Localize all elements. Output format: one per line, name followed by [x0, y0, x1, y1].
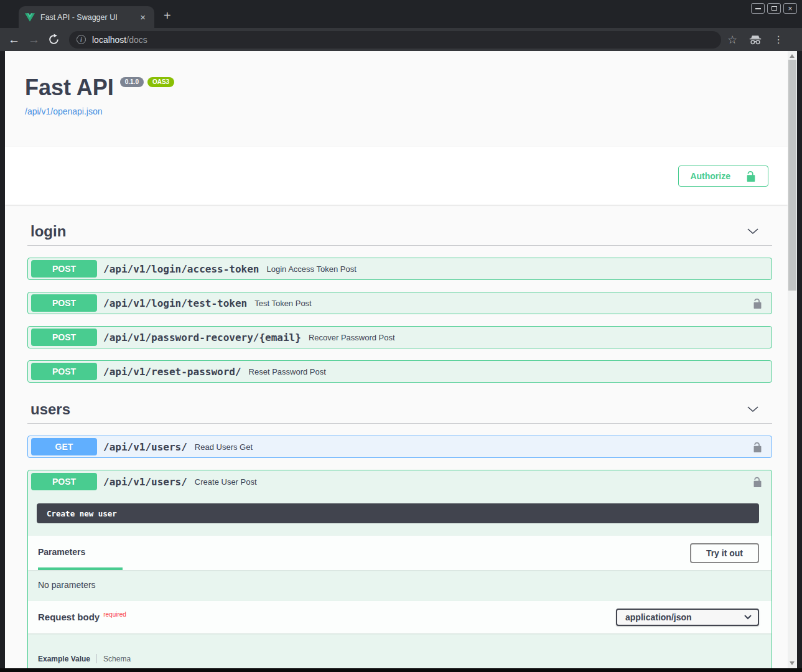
opblock-create-user: POST /api/v1/users/ Create User Post Cre… — [27, 470, 772, 668]
window-minimize-button[interactable] — [751, 3, 765, 14]
endpoint-summary: Create User Post — [195, 477, 752, 487]
chevron-down-icon — [744, 615, 752, 620]
no-parameters-text: No parameters — [28, 570, 772, 597]
endpoint-summary: Recover Password Post — [309, 333, 764, 342]
site-info-icon[interactable]: i — [77, 35, 86, 44]
method-badge: POST — [31, 473, 97, 490]
section-divider — [27, 245, 772, 246]
bookmark-star-icon[interactable]: ☆ — [727, 33, 737, 47]
unlock-icon — [745, 170, 757, 182]
scroll-down-arrow-icon[interactable] — [790, 661, 795, 665]
endpoint-path: /api/v1/login/test-token — [103, 297, 247, 309]
parameters-header: Parameters Try it out — [28, 536, 772, 570]
endpoint-row-password-recovery[interactable]: POST /api/v1/password-recovery/{email} R… — [27, 326, 772, 348]
collapse-chevron-icon[interactable] — [747, 404, 758, 415]
endpoint-path: /api/v1/reset-password/ — [103, 366, 241, 378]
required-label: required — [103, 611, 126, 618]
operation-description: Create new user — [37, 503, 759, 523]
swagger-favicon-icon — [25, 13, 35, 22]
window-maximize-button[interactable] — [767, 3, 781, 14]
tab-close-icon[interactable]: × — [138, 11, 148, 23]
endpoint-row-access-token[interactable]: POST /api/v1/login/access-token Login Ac… — [27, 258, 772, 280]
window-close-button[interactable]: × — [783, 3, 797, 14]
endpoint-summary: Test Token Post — [254, 299, 752, 308]
try-it-out-button[interactable]: Try it out — [690, 543, 759, 563]
method-badge: POST — [31, 329, 97, 346]
browser-tab[interactable]: Fast API - Swagger UI × — [19, 6, 154, 28]
page-title: Fast API — [25, 75, 114, 101]
endpoint-summary: Reset Password Post — [249, 367, 764, 376]
tab-strip: Fast API - Swagger UI × + × — [0, 0, 802, 28]
toolbar-actions: ☆ ⋮ — [727, 33, 783, 47]
section-users: users GET /api/v1/users/ Read Users Get — [27, 401, 772, 668]
collapse-chevron-icon[interactable] — [747, 226, 758, 237]
section-title-login[interactable]: login — [30, 223, 66, 240]
incognito-icon — [748, 35, 762, 45]
authorize-label: Authorize — [690, 171, 730, 181]
method-badge: POST — [31, 363, 97, 380]
authorize-button[interactable]: Authorize — [678, 166, 768, 187]
oas3-badge: OAS3 — [147, 77, 174, 87]
tab-example-value[interactable]: Example Value — [38, 655, 90, 663]
window-frame-bottom — [0, 668, 802, 672]
url-text: localhost/docs — [92, 35, 147, 45]
maximize-icon — [772, 6, 777, 11]
method-badge: GET — [31, 438, 97, 455]
scheme-container: Authorize — [5, 147, 788, 205]
auth-lock-icon[interactable] — [752, 442, 763, 452]
new-tab-button[interactable]: + — [164, 9, 171, 23]
section-divider — [27, 423, 772, 424]
endpoint-row-read-users[interactable]: GET /api/v1/users/ Read Users Get — [27, 436, 772, 458]
endpoint-summary: Read Users Get — [195, 442, 752, 452]
window-frame-right — [797, 51, 802, 672]
endpoint-path: /api/v1/users/ — [103, 441, 187, 453]
scroll-up-arrow-icon[interactable] — [790, 54, 795, 58]
browser-toolbar: ← → i localhost/docs ☆ ⋮ — [0, 28, 802, 51]
openapi-spec-link[interactable]: /api/v1/openapi.json — [25, 106, 103, 116]
section-title-users[interactable]: users — [30, 401, 70, 418]
endpoint-summary: Login Access Token Post — [266, 264, 764, 274]
minimize-icon — [755, 8, 761, 9]
auth-lock-icon[interactable] — [752, 298, 763, 309]
swagger-page: Fast API 0.1.0 OAS3 /api/v1/openapi.json… — [5, 51, 788, 668]
page-scrollbar[interactable] — [788, 51, 797, 668]
url-path: /docs — [126, 35, 147, 45]
section-login: login POST /api/v1/login/access-token Lo… — [27, 223, 772, 383]
url-host: localhost — [92, 35, 126, 45]
media-type-value: application/json — [625, 612, 692, 622]
forward-button: → — [28, 34, 40, 45]
scrollbar-thumb[interactable] — [788, 60, 796, 291]
method-badge: POST — [31, 260, 97, 278]
request-body-label: Request body — [38, 612, 100, 623]
address-bar[interactable]: i localhost/docs — [69, 31, 721, 49]
model-example-tabs: Example Value Schema — [38, 654, 772, 663]
browser-menu-icon[interactable]: ⋮ — [773, 34, 783, 45]
endpoint-row-reset-password[interactable]: POST /api/v1/reset-password/ Reset Passw… — [27, 360, 772, 383]
endpoint-row-create-user[interactable]: POST /api/v1/users/ Create User Post — [28, 470, 772, 493]
endpoint-path: /api/v1/password-recovery/{email} — [103, 332, 301, 343]
endpoint-path: /api/v1/users/ — [103, 476, 187, 488]
request-body-header: Request bodyrequired application/json — [28, 601, 772, 633]
back-button[interactable]: ← — [8, 34, 20, 45]
window-controls: × — [751, 3, 797, 14]
api-info: Fast API 0.1.0 OAS3 /api/v1/openapi.json — [5, 51, 788, 117]
media-type-select[interactable]: application/json — [616, 609, 759, 626]
reload-button[interactable] — [48, 34, 60, 45]
tab-schema[interactable]: Schema — [103, 655, 131, 663]
auth-lock-icon[interactable] — [752, 477, 763, 487]
endpoint-path: /api/v1/login/access-token — [103, 263, 259, 275]
version-badge: 0.1.0 — [120, 77, 144, 87]
method-badge: POST — [31, 294, 97, 312]
tab-title: Fast API - Swagger UI — [40, 13, 132, 22]
tab-parameters[interactable]: Parameters — [38, 536, 123, 570]
endpoint-row-test-token[interactable]: POST /api/v1/login/test-token Test Token… — [27, 292, 772, 314]
tab-divider — [96, 654, 97, 663]
browser-window: Fast API - Swagger UI × + × ← → i localh… — [0, 0, 802, 672]
